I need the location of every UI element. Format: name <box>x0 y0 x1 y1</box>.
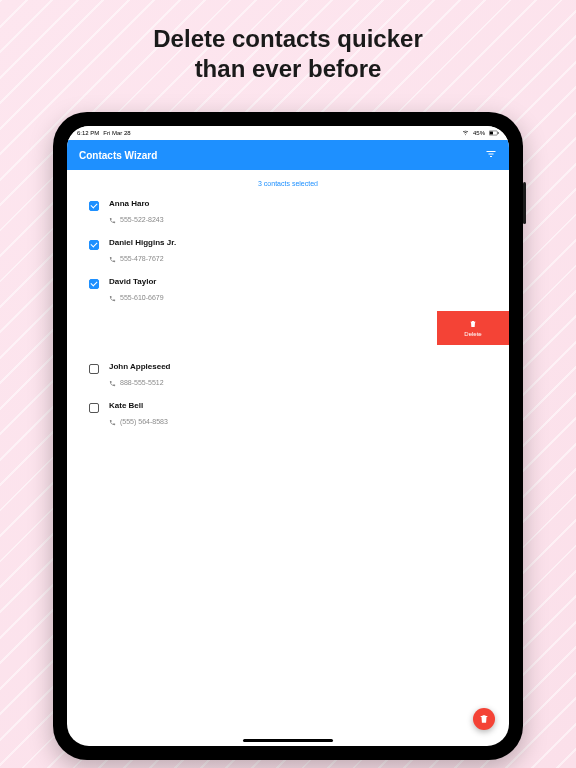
contact-list[interactable]: Anna Haro555-522-8243Daniel Higgins Jr.5… <box>67 195 509 746</box>
contact-checkbox[interactable] <box>89 403 99 413</box>
contact-phone: 555-610-6679 <box>120 294 164 301</box>
headline-line1: Delete contacts quicker <box>0 24 576 54</box>
nav-bar: Contacts Wizard <box>67 140 509 170</box>
phone-icon <box>109 210 116 228</box>
filter-icon[interactable] <box>485 146 497 164</box>
delete-fab[interactable] <box>473 708 495 730</box>
phone-icon <box>109 249 116 267</box>
contact-phone: 888-555-5512 <box>120 379 164 386</box>
app-title: Contacts Wizard <box>79 150 157 161</box>
contact-name: Kate Bell <box>109 401 168 410</box>
contact-info: Anna Haro555-522-8243 <box>109 199 164 228</box>
phone-icon <box>109 412 116 430</box>
contact-row[interactable]: Daniel Higgins Jr.555-478-7672 <box>67 234 509 273</box>
trash-icon <box>479 710 489 728</box>
status-bar: 6:12 PM Fri Mar 28 45% <box>67 126 509 140</box>
marketing-headline: Delete contacts quicker than ever before <box>0 0 576 84</box>
contact-checkbox[interactable] <box>89 364 99 374</box>
selection-count: 3 contacts selected <box>67 170 509 195</box>
delete-swipe-action[interactable]: Delete <box>437 311 509 345</box>
svg-rect-2 <box>498 132 499 134</box>
contact-name: Daniel Higgins Jr. <box>109 238 176 247</box>
headline-line2: than ever before <box>0 54 576 84</box>
svg-rect-1 <box>490 131 493 134</box>
status-date: Fri Mar 28 <box>103 130 130 136</box>
contact-checkbox[interactable] <box>89 279 99 289</box>
contact-name: David Taylor <box>109 277 164 286</box>
device-frame: 6:12 PM Fri Mar 28 45% Contacts Wizard 3… <box>53 112 523 760</box>
contact-info: Kate Bell(555) 564-8583 <box>109 401 168 430</box>
wifi-icon <box>462 129 469 137</box>
phone-icon <box>109 373 116 391</box>
contact-row[interactable]: David Taylor555-610-6679 <box>67 273 509 312</box>
delete-label: Delete <box>464 331 481 337</box>
contact-row[interactable]: Anna Haro555-522-8243 <box>67 195 509 234</box>
device-side-button <box>523 182 526 224</box>
status-battery: 45% <box>473 130 485 136</box>
contact-name: Anna Haro <box>109 199 164 208</box>
contact-row[interactable]: Kate Bell(555) 564-8583 <box>67 397 509 436</box>
contact-checkbox[interactable] <box>89 240 99 250</box>
contact-name: John Appleseed <box>109 362 171 371</box>
home-indicator <box>243 739 333 742</box>
battery-icon <box>489 130 499 137</box>
contact-phone: 555-478-7672 <box>120 255 164 262</box>
trash-icon <box>469 320 477 329</box>
contact-info: Daniel Higgins Jr.555-478-7672 <box>109 238 176 267</box>
contact-checkbox[interactable] <box>89 201 99 211</box>
status-time: 6:12 PM <box>77 130 99 136</box>
contact-row[interactable]: John Appleseed888-555-5512 <box>67 358 509 397</box>
contact-phone: 555-522-8243 <box>120 216 164 223</box>
contact-info: David Taylor555-610-6679 <box>109 277 164 306</box>
contact-info: John Appleseed888-555-5512 <box>109 362 171 391</box>
phone-icon <box>109 288 116 306</box>
contact-phone: (555) 564-8583 <box>120 418 168 425</box>
device-screen: 6:12 PM Fri Mar 28 45% Contacts Wizard 3… <box>67 126 509 746</box>
